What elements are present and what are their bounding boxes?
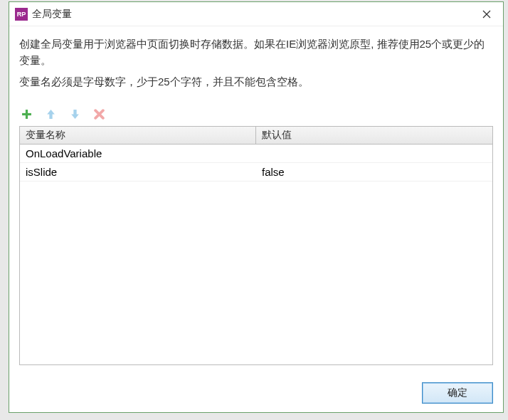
svg-rect-3: [22, 113, 31, 115]
plus-icon: [21, 109, 32, 120]
cell-name[interactable]: isSlide: [20, 163, 256, 181]
column-header-default[interactable]: 默认值: [256, 127, 492, 144]
cell-default[interactable]: false: [256, 163, 492, 181]
description-line-2: 变量名必须是字母数字，少于25个字符，并且不能包含空格。: [19, 74, 493, 90]
app-icon: RP: [15, 8, 28, 21]
dialog-title: 全局变量: [32, 8, 476, 21]
move-up-button[interactable]: [43, 107, 58, 122]
table-row[interactable]: OnLoadVariable: [20, 145, 492, 163]
close-icon: [482, 10, 491, 19]
move-down-button[interactable]: [68, 107, 82, 122]
ok-button[interactable]: 确定: [422, 382, 493, 404]
variables-table: 变量名称 默认值 OnLoadVariable isSlide false: [19, 126, 493, 365]
cell-name[interactable]: OnLoadVariable: [20, 145, 256, 162]
arrow-up-icon: [46, 109, 56, 120]
cell-default[interactable]: [256, 145, 492, 162]
content-area: 创建全局变量用于浏览器中页面切换时存储数据。如果在IE浏览器浏览原型, 推荐使用…: [9, 26, 503, 103]
column-header-name[interactable]: 变量名称: [20, 127, 256, 144]
description-line-1: 创建全局变量用于浏览器中页面切换时存储数据。如果在IE浏览器浏览原型, 推荐使用…: [19, 36, 493, 68]
table-body: OnLoadVariable isSlide false: [20, 145, 492, 182]
table-row[interactable]: isSlide false: [20, 163, 492, 182]
arrow-down-icon: [70, 109, 80, 120]
x-icon: [94, 109, 105, 120]
add-button[interactable]: [19, 107, 33, 122]
close-button[interactable]: [476, 6, 497, 23]
delete-button[interactable]: [92, 107, 106, 122]
titlebar: RP 全局变量: [9, 2, 503, 26]
toolbar: [9, 103, 503, 126]
table-header: 变量名称 默认值: [20, 127, 492, 145]
dialog-footer: 确定: [9, 375, 503, 412]
global-variables-dialog: RP 全局变量 创建全局变量用于浏览器中页面切换时存储数据。如果在IE浏览器浏览…: [9, 1, 504, 413]
